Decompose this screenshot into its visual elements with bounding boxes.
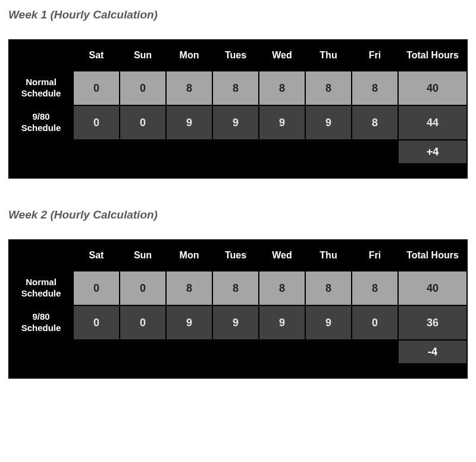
blank-cell [8, 341, 74, 364]
header-blank [8, 239, 74, 271]
cell: 8 [213, 271, 259, 306]
cell: 0 [74, 71, 120, 106]
week2-table: Sat Sun Mon Tues Wed Thu Fri Total Hours… [8, 239, 468, 379]
cell: 0 [74, 306, 120, 341]
blank-cell [74, 164, 468, 179]
header-sat: Sat [74, 239, 120, 271]
header-total: Total Hours [399, 239, 468, 271]
week1-title: Week 1 (Hourly Calculation) [8, 8, 468, 21]
week1-delta: +4 [399, 141, 468, 164]
cell: 9 [306, 306, 352, 341]
cell: 8 [167, 71, 213, 106]
cell: 9 [259, 306, 306, 341]
cell: 9 [213, 106, 259, 141]
week1-normal-row: Normal Schedule 0 0 8 8 8 8 8 40 [8, 71, 468, 106]
week2-delta: -4 [399, 341, 468, 364]
header-total: Total Hours [399, 39, 468, 71]
cell: 8 [352, 271, 399, 306]
cell: 9 [213, 306, 259, 341]
cell: 9 [306, 106, 352, 141]
row-label-nine80: 9/80 Schedule [8, 306, 74, 341]
header-tue: Tues [213, 39, 259, 71]
header-mon: Mon [167, 239, 213, 271]
header-mon: Mon [167, 39, 213, 71]
cell: 0 [120, 71, 167, 106]
row-label-normal: Normal Schedule [8, 271, 74, 306]
cell: 8 [352, 71, 399, 106]
blank-cell [74, 364, 468, 379]
blank-cell [8, 164, 74, 179]
cell: 9 [167, 106, 213, 141]
cell: 8 [213, 71, 259, 106]
cell: 0 [120, 106, 167, 141]
week2-title: Week 2 (Hourly Calculation) [8, 208, 468, 221]
cell-total: 40 [399, 71, 468, 106]
cell: 0 [74, 106, 120, 141]
header-sun: Sun [120, 239, 167, 271]
spacer-row [8, 164, 468, 179]
header-tue: Tues [213, 239, 259, 271]
row-label-normal: Normal Schedule [8, 71, 74, 106]
cell-total: 36 [399, 306, 468, 341]
cell: 8 [306, 71, 352, 106]
header-thu: Thu [306, 239, 352, 271]
blank-cell [74, 141, 399, 164]
cell: 0 [352, 306, 399, 341]
cell: 8 [352, 106, 399, 141]
header-wed: Wed [259, 239, 306, 271]
cell-total: 44 [399, 106, 468, 141]
week2-block: Week 2 (Hourly Calculation) Sat Sun Mon … [8, 208, 468, 379]
week2-normal-row: Normal Schedule 0 0 8 8 8 8 8 40 [8, 271, 468, 306]
header-blank [8, 39, 74, 71]
cell: 8 [259, 71, 306, 106]
week1-block: Week 1 (Hourly Calculation) Sat Sun Mon … [8, 8, 468, 179]
header-wed: Wed [259, 39, 306, 71]
header-sat: Sat [74, 39, 120, 71]
cell-total: 40 [399, 271, 468, 306]
header-sun: Sun [120, 39, 167, 71]
cell: 9 [167, 306, 213, 341]
cell: 8 [167, 271, 213, 306]
cell: 0 [120, 271, 167, 306]
week2-nine80-row: 9/80 Schedule 0 0 9 9 9 9 0 36 [8, 306, 468, 341]
header-fri: Fri [352, 39, 399, 71]
cell: 8 [259, 271, 306, 306]
cell: 8 [306, 271, 352, 306]
cell: 9 [259, 106, 306, 141]
header-fri: Fri [352, 239, 399, 271]
week1-nine80-row: 9/80 Schedule 0 0 9 9 9 9 8 44 [8, 106, 468, 141]
week1-delta-row: +4 [8, 141, 468, 164]
cell: 0 [74, 271, 120, 306]
spacer-row [8, 364, 468, 379]
cell: 0 [120, 306, 167, 341]
row-label-nine80: 9/80 Schedule [8, 106, 74, 141]
week2-delta-row: -4 [8, 341, 468, 364]
blank-cell [74, 341, 399, 364]
header-thu: Thu [306, 39, 352, 71]
blank-cell [8, 364, 74, 379]
week1-table: Sat Sun Mon Tues Wed Thu Fri Total Hours… [8, 39, 468, 179]
blank-cell [8, 141, 74, 164]
